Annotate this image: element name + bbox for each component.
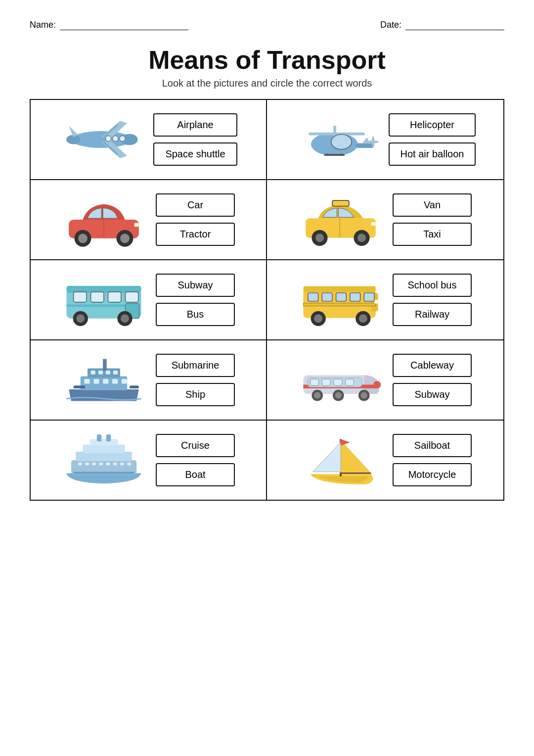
svg-rect-100 bbox=[106, 463, 110, 466]
svg-rect-27 bbox=[134, 223, 138, 227]
svg-rect-54 bbox=[336, 293, 347, 301]
option-cruise[interactable]: Cruise bbox=[156, 434, 235, 457]
option-airplane[interactable]: Airplane bbox=[153, 113, 237, 137]
option-bus[interactable]: Bus bbox=[156, 303, 235, 326]
name-underline bbox=[60, 20, 188, 30]
svg-point-86 bbox=[335, 392, 342, 399]
svg-rect-62 bbox=[374, 300, 379, 304]
option-railway[interactable]: Railway bbox=[393, 303, 472, 326]
svg-rect-57 bbox=[303, 303, 375, 306]
svg-rect-104 bbox=[74, 472, 134, 474]
option-taxi[interactable]: Taxi bbox=[393, 223, 472, 246]
svg-rect-55 bbox=[350, 293, 360, 301]
svg-rect-71 bbox=[93, 379, 99, 383]
svg-rect-39 bbox=[74, 292, 87, 302]
svg-rect-96 bbox=[78, 463, 82, 466]
option-cableway[interactable]: Cableway bbox=[393, 354, 472, 377]
svg-point-33 bbox=[357, 234, 366, 242]
svg-point-7 bbox=[106, 136, 111, 141]
svg-point-24 bbox=[78, 234, 88, 243]
cell-helicopter: Helicopter Hot air balloon bbox=[267, 100, 503, 179]
cell-sailboat: Sailboat Motorcycle bbox=[267, 421, 503, 500]
svg-rect-67 bbox=[98, 371, 103, 375]
taxi-image bbox=[299, 190, 383, 249]
cell-bus: Subway Bus bbox=[31, 260, 267, 339]
bus-image bbox=[62, 270, 146, 330]
svg-rect-97 bbox=[85, 463, 89, 466]
svg-rect-80 bbox=[322, 379, 330, 385]
bus-options: Subway Bus bbox=[156, 274, 235, 326]
svg-point-26 bbox=[120, 234, 130, 243]
option-car[interactable]: Car bbox=[156, 193, 235, 217]
option-ship[interactable]: Ship bbox=[156, 383, 235, 406]
cruiseship-image bbox=[62, 430, 146, 490]
airplane-options: Airplane Space shuttle bbox=[153, 113, 237, 166]
svg-rect-56 bbox=[364, 293, 374, 301]
grid-row-1: Airplane Space shuttle bbox=[31, 100, 503, 180]
svg-point-47 bbox=[121, 314, 129, 323]
schoolbus-image bbox=[299, 270, 383, 330]
svg-rect-69 bbox=[113, 371, 118, 375]
svg-point-45 bbox=[76, 314, 85, 323]
option-subway[interactable]: Subway bbox=[156, 274, 235, 297]
option-tractor[interactable]: Tractor bbox=[156, 223, 235, 246]
svg-rect-40 bbox=[91, 292, 104, 302]
option-helicopter[interactable]: Helicopter bbox=[389, 113, 476, 137]
car-options: Car Tractor bbox=[156, 193, 235, 246]
svg-rect-99 bbox=[99, 463, 103, 466]
cell-cruiseship: Cruise Boat bbox=[31, 421, 267, 500]
option-motorcycle[interactable]: Motorcycle bbox=[393, 463, 472, 486]
header: Name: Date: bbox=[30, 20, 504, 30]
svg-rect-92 bbox=[83, 445, 125, 453]
svg-rect-52 bbox=[308, 293, 318, 301]
main-grid: Airplane Space shuttle bbox=[30, 99, 504, 501]
svg-rect-76 bbox=[130, 385, 139, 388]
cell-airplane: Airplane Space shuttle bbox=[31, 100, 267, 179]
option-space-shuttle[interactable]: Space shuttle bbox=[153, 142, 237, 166]
option-sailboat[interactable]: Sailboat bbox=[393, 434, 472, 457]
option-boat[interactable]: Boat bbox=[156, 463, 235, 486]
svg-rect-70 bbox=[84, 379, 89, 383]
svg-point-89 bbox=[373, 381, 381, 388]
cell-car: Car Tractor bbox=[31, 180, 267, 259]
svg-point-17 bbox=[331, 135, 352, 149]
svg-point-61 bbox=[359, 314, 367, 323]
cell-train: Cableway Subway bbox=[267, 340, 503, 420]
svg-rect-74 bbox=[122, 379, 127, 383]
name-label: Name: bbox=[30, 20, 56, 30]
svg-rect-103 bbox=[127, 463, 131, 466]
svg-rect-66 bbox=[91, 371, 95, 375]
cell-taxi: Van Taxi bbox=[267, 180, 503, 259]
sailboat-image bbox=[299, 430, 383, 490]
svg-rect-53 bbox=[322, 293, 332, 301]
option-subway2[interactable]: Subway bbox=[393, 383, 472, 406]
svg-rect-79 bbox=[311, 379, 319, 385]
svg-rect-82 bbox=[345, 379, 354, 385]
option-van[interactable]: Van bbox=[393, 193, 472, 217]
svg-rect-68 bbox=[106, 371, 110, 375]
page-title: Means of Transport bbox=[30, 45, 504, 75]
option-hot-air-balloon[interactable]: Hot air balloon bbox=[389, 142, 476, 166]
svg-point-6 bbox=[113, 136, 118, 141]
svg-rect-98 bbox=[92, 463, 96, 466]
svg-rect-81 bbox=[334, 379, 342, 385]
helicopter-image bbox=[295, 110, 379, 169]
car-image bbox=[62, 190, 146, 249]
svg-rect-36 bbox=[332, 200, 349, 206]
svg-point-84 bbox=[314, 392, 320, 399]
svg-rect-75 bbox=[74, 385, 86, 388]
option-submarine[interactable]: Submarine bbox=[156, 354, 235, 377]
svg-rect-72 bbox=[103, 379, 108, 383]
cruiseship-options: Cruise Boat bbox=[156, 434, 235, 486]
cell-ship: Submarine Ship bbox=[31, 340, 267, 420]
cell-schoolbus: School bus Railway bbox=[267, 260, 503, 339]
svg-marker-107 bbox=[341, 439, 350, 446]
date-label: Date: bbox=[380, 20, 401, 30]
airplane-image bbox=[59, 110, 143, 169]
svg-rect-94 bbox=[97, 434, 101, 441]
svg-rect-93 bbox=[90, 439, 118, 446]
helicopter-options: Helicopter Hot air balloon bbox=[389, 113, 476, 166]
date-underline bbox=[405, 20, 504, 30]
option-school-bus[interactable]: School bus bbox=[393, 274, 472, 297]
train-image bbox=[299, 350, 383, 410]
